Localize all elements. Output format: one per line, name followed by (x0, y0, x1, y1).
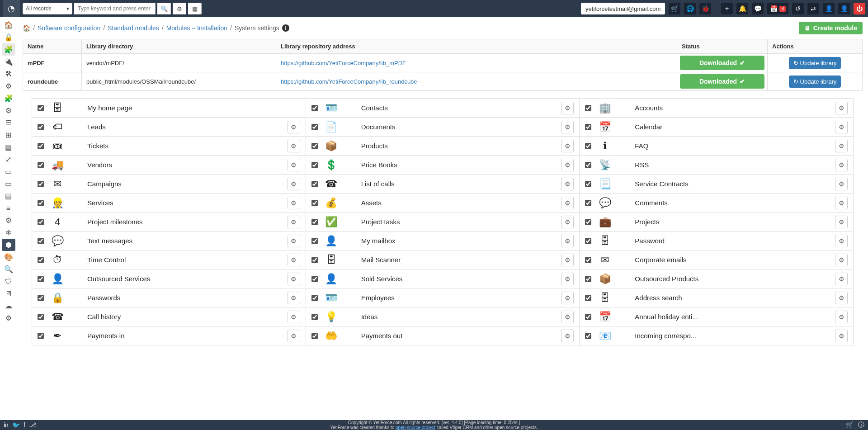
module-checkbox[interactable] (38, 162, 44, 168)
home-icon[interactable]: 🏠 (23, 24, 30, 32)
app-logo[interactable]: ◔ (3, 0, 20, 17)
module-checkbox[interactable] (311, 200, 318, 206)
module-checkbox[interactable] (585, 105, 591, 111)
module-checkbox[interactable] (311, 257, 318, 263)
crumb-1[interactable]: Standard modules (108, 24, 159, 32)
side-shield-icon[interactable]: 🛡 (2, 275, 15, 288)
grid-button[interactable]: ▦ (188, 3, 202, 14)
module-gear-button[interactable]: ⚙ (561, 254, 574, 266)
side-doc-icon[interactable]: ▤ (2, 141, 15, 153)
module-gear-button[interactable]: ⚙ (288, 254, 300, 266)
module-checkbox[interactable] (38, 238, 44, 244)
chat-icon[interactable]: 💬 (752, 3, 764, 14)
module-checkbox[interactable] (311, 124, 318, 130)
side-zoom-icon[interactable]: 🔍 (2, 263, 15, 275)
module-gear-button[interactable]: ⚙ (288, 311, 300, 323)
search-input[interactable] (74, 3, 156, 14)
module-checkbox[interactable] (585, 333, 591, 339)
search-settings-button[interactable]: ⚙ (173, 3, 186, 14)
side-calc-icon[interactable]: ▤ (2, 190, 15, 202)
module-checkbox[interactable] (38, 257, 44, 263)
module-gear-button[interactable]: ⚙ (561, 102, 574, 114)
module-checkbox[interactable] (311, 219, 318, 225)
module-checkbox[interactable] (585, 124, 591, 130)
module-checkbox[interactable] (38, 295, 44, 301)
module-gear-button[interactable]: ⚙ (288, 216, 300, 228)
module-gear-button[interactable]: ⚙ (561, 216, 574, 228)
module-checkbox[interactable] (311, 181, 318, 187)
history-icon[interactable]: ↺ (792, 3, 804, 14)
side-cog-icon[interactable]: ⚙ (2, 312, 15, 324)
module-checkbox[interactable] (38, 219, 44, 225)
module-gear-button[interactable]: ⚙ (561, 178, 574, 190)
module-checkbox[interactable] (585, 219, 591, 225)
module-gear-button[interactable]: ⚙ (835, 311, 848, 323)
module-gear-button[interactable]: ⚙ (835, 216, 848, 228)
module-gear-button[interactable]: ⚙ (561, 159, 574, 171)
module-checkbox[interactable] (585, 257, 591, 263)
module-gear-button[interactable]: ⚙ (561, 197, 574, 209)
side-home-icon[interactable]: 🏠 (2, 19, 15, 31)
module-checkbox[interactable] (38, 143, 44, 149)
side-window-icon[interactable]: ▭ (2, 165, 15, 178)
side-puzzle2-icon[interactable]: 🧩 (2, 92, 15, 104)
module-checkbox[interactable] (311, 276, 318, 282)
module-gear-button[interactable]: ⚙ (561, 140, 574, 152)
module-gear-button[interactable]: ⚙ (835, 292, 848, 304)
side-rows-icon[interactable]: ☰ (2, 117, 15, 129)
plus-icon[interactable]: ＋ (721, 3, 733, 14)
lib-repo-link[interactable]: https://github.com/YetiForceCompany/lib_… (281, 78, 417, 85)
module-checkbox[interactable] (38, 314, 44, 320)
module-checkbox[interactable] (585, 238, 591, 244)
module-gear-button[interactable]: ⚙ (835, 159, 848, 171)
module-checkbox[interactable] (38, 105, 44, 111)
update-library-button[interactable]: ↻ Update library (789, 57, 841, 69)
bug-icon[interactable]: 🐞 (699, 3, 711, 14)
module-checkbox[interactable] (585, 200, 591, 206)
module-checkbox[interactable] (38, 124, 44, 130)
side-palette-icon[interactable]: 🎨 (2, 251, 15, 263)
side-gear2-icon[interactable]: ⚙ (2, 104, 15, 117)
module-gear-button[interactable]: ⚙ (288, 273, 300, 285)
side-cloud-icon[interactable]: ☁ (2, 300, 15, 312)
module-checkbox[interactable] (38, 181, 44, 187)
module-checkbox[interactable] (585, 162, 591, 168)
side-asterisk-icon[interactable]: ❄ (2, 227, 15, 239)
module-checkbox[interactable] (311, 238, 318, 244)
side-lock-icon[interactable]: 🔒 (2, 31, 15, 43)
module-gear-button[interactable]: ⚙ (835, 121, 848, 133)
update-library-button[interactable]: ↻ Update library (789, 76, 841, 88)
module-checkbox[interactable] (38, 200, 44, 206)
module-gear-button[interactable]: ⚙ (288, 330, 300, 342)
module-checkbox[interactable] (311, 143, 318, 149)
module-checkbox[interactable] (311, 105, 318, 111)
module-gear-button[interactable]: ⚙ (835, 102, 848, 114)
module-checkbox[interactable] (585, 143, 591, 149)
cart-icon[interactable]: 🛒 (669, 3, 680, 14)
calendar-badge-icon[interactable]: 📅8 (767, 3, 788, 14)
swap-icon[interactable]: ⇄ (807, 3, 819, 14)
side-plug-icon[interactable]: 🔌 (2, 56, 15, 68)
side-wrench-icon[interactable]: 🛠 (2, 68, 15, 80)
module-gear-button[interactable]: ⚙ (561, 235, 574, 247)
module-checkbox[interactable] (585, 295, 591, 301)
side-gear3-icon[interactable]: ⚙ (2, 214, 15, 227)
module-gear-button[interactable]: ⚙ (835, 273, 848, 285)
module-gear-button[interactable]: ⚙ (835, 254, 848, 266)
module-gear-button[interactable]: ⚙ (835, 178, 848, 190)
globe-icon[interactable]: 🌐 (684, 3, 696, 14)
side-money-icon[interactable]: ▭ (2, 178, 15, 190)
side-list-icon[interactable]: ≡ (2, 202, 15, 214)
module-checkbox[interactable] (38, 276, 44, 282)
info-icon[interactable]: i (282, 24, 289, 32)
module-gear-button[interactable]: ⚙ (561, 330, 574, 342)
create-module-button[interactable]: 🖥 Create module (799, 22, 863, 34)
module-gear-button[interactable]: ⚙ (561, 273, 574, 285)
side-puzzle-icon[interactable]: 🧩 (2, 43, 15, 56)
crumb-2[interactable]: Modules – Installation (166, 24, 227, 32)
module-gear-button[interactable]: ⚙ (288, 140, 300, 152)
side-plus-box-icon[interactable]: ⊞ (2, 129, 15, 141)
module-gear-button[interactable]: ⚙ (288, 121, 300, 133)
module-gear-button[interactable]: ⚙ (835, 140, 848, 152)
module-checkbox[interactable] (311, 295, 318, 301)
